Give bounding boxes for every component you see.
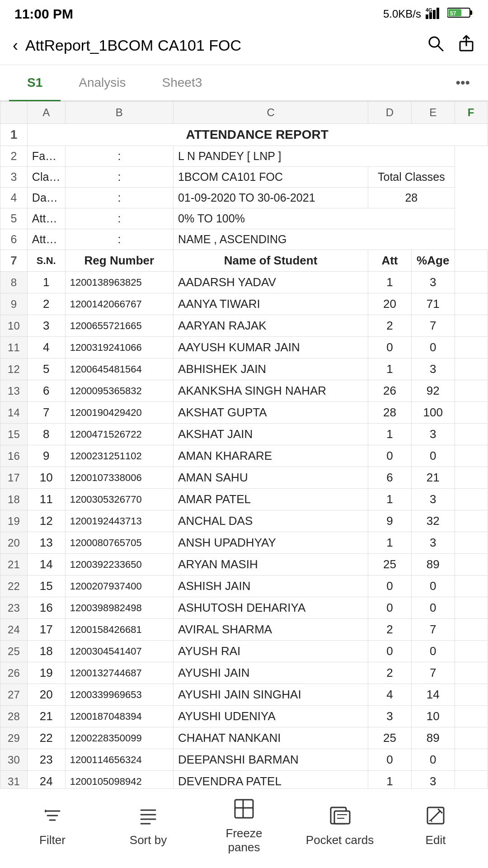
svg-text:⚡: ⚡ [471, 9, 474, 17]
table-row[interactable]: 6Attendance Order:NAME , ASCENDING [0, 229, 488, 250]
filter-button[interactable]: Filter [16, 805, 89, 847]
table-row[interactable]: 24171200158426681AVIRAL SHARMA27 [0, 619, 488, 641]
table-row[interactable]: 1691200231251102AMAN KHARARE00 [0, 445, 488, 467]
freeze-panes-button[interactable]: Freezepanes [208, 798, 280, 854]
serial-number: 17 [27, 619, 65, 641]
col-f-data [455, 510, 487, 532]
table-row[interactable]: 20131200080765705ANSH UPADHYAY13 [0, 532, 488, 554]
share-icon[interactable] [457, 34, 475, 57]
table-row[interactable]: 17101200107338006AMAN SAHU621 [0, 467, 488, 489]
battery-indicator: 57 ⚡ [447, 6, 474, 22]
col-header-f[interactable]: F [455, 102, 487, 124]
attendance-count: 20 [368, 293, 412, 315]
col-f-data [455, 337, 487, 359]
table-row[interactable]: 23161200398982498ASHUTOSH DEHARIYA00 [0, 597, 488, 619]
serial-number: 3 [27, 315, 65, 337]
student-name: AMAN SAHU [174, 467, 368, 489]
row-number: 13 [0, 380, 28, 402]
table-row[interactable]: 921200142066767AANYA TIWARI2071 [0, 293, 488, 315]
reg-number: 1200339969653 [65, 684, 173, 706]
row-number: 7 [0, 250, 28, 272]
edit-button[interactable]: Edit [399, 805, 472, 847]
table-row[interactable]: 1031200655721665AARYAN RAJAK27 [0, 315, 488, 337]
row-number: 3 [0, 167, 28, 188]
search-icon[interactable] [427, 34, 445, 57]
col-f-data [455, 315, 487, 337]
filter-label: Filter [39, 833, 66, 847]
student-name: DEEPANSHI BARMAN [174, 749, 368, 771]
table-row[interactable]: 1471200190429420AKSHAT GUPTA28100 [0, 402, 488, 424]
tab-sheet3[interactable]: Sheet3 [144, 66, 221, 101]
more-tabs-button[interactable]: ••• [446, 65, 479, 100]
sort-by-button[interactable]: Sort by [112, 805, 184, 847]
table-row[interactable]: 26191200132744687AYUSHI JAIN27 [0, 662, 488, 684]
table-row[interactable]: 1ATTENDANCE REPORT [0, 124, 488, 146]
table-row[interactable]: 2Faculty Name:L N PANDEY [ LNP ] [0, 146, 488, 167]
table-row[interactable]: 1141200319241066AAYUSH KUMAR JAIN00 [0, 337, 488, 359]
serial-number: 15 [27, 576, 65, 597]
spreadsheet: A B C D E F 1ATTENDANCE REPORT2Faculty N… [0, 101, 488, 868]
table-row[interactable]: 22151200207937400ASHISH JAIN00 [0, 576, 488, 597]
table-row[interactable]: 29221200228350099CHAHAT NANKANI2589 [0, 727, 488, 749]
col-header-e[interactable]: E [411, 102, 455, 124]
reg-number: 1200319241066 [65, 337, 173, 359]
attendance-percent: 0 [411, 749, 455, 771]
table-row[interactable]: 5Attendance Range:0% TO 100% [0, 208, 488, 229]
svg-rect-25 [334, 811, 350, 824]
col-f-data [455, 424, 487, 445]
attendance-percent: 7 [411, 662, 455, 684]
table-row[interactable]: 1361200095365832AKANKSHA SINGH NAHAR2692 [0, 380, 488, 402]
serial-number: 13 [27, 532, 65, 554]
attendance-percent: 92 [411, 380, 455, 402]
tab-analysis[interactable]: Analysis [61, 66, 144, 101]
attendance-count: 1 [368, 424, 412, 445]
table-row[interactable]: 21141200392233650ARYAN MASIH2589 [0, 554, 488, 576]
table-row[interactable]: 811200138963825AADARSH YADAV13 [0, 272, 488, 293]
table-row[interactable]: 28211200187048394AYUSHI UDENIYA310 [0, 706, 488, 727]
serial-number: 2 [27, 293, 65, 315]
reg-number: 1200080765705 [65, 532, 173, 554]
edit-label: Edit [426, 833, 446, 847]
col-header-d[interactable]: D [368, 102, 412, 124]
reg-number: 1200207937400 [65, 576, 173, 597]
table-row[interactable]: 27201200339969653AYUSHI JAIN SINGHAI414 [0, 684, 488, 706]
tab-s1[interactable]: S1 [9, 66, 61, 101]
col-f-data [455, 532, 487, 554]
row-number: 17 [0, 467, 28, 489]
serial-number: 1 [27, 272, 65, 293]
row-number: 20 [0, 532, 28, 554]
col-header-b[interactable]: B [65, 102, 173, 124]
table-row[interactable]: 7S.N.Reg NumberName of StudentAtt%Age [0, 250, 488, 272]
col-f-data [455, 554, 487, 576]
row-number: 18 [0, 489, 28, 510]
attendance-count: 25 [368, 554, 412, 576]
col-header-a[interactable]: A [27, 102, 65, 124]
network-speed: 5.0KB/s [383, 8, 421, 20]
table-row[interactable]: 1581200471526722AKSHAT JAIN13 [0, 424, 488, 445]
table-row[interactable]: 4Date Range:01-09-2020 TO 30-06-202128 [0, 188, 488, 208]
table-row[interactable]: 18111200305326770AMAR PATEL13 [0, 489, 488, 510]
serial-number: 12 [27, 510, 65, 532]
title-cell: ATTENDANCE REPORT [27, 124, 487, 146]
svg-line-11 [438, 46, 443, 51]
svg-rect-0 [426, 14, 428, 19]
status-time: 11:00 PM [14, 6, 73, 22]
attendance-percent: 14 [411, 684, 455, 706]
table-row[interactable]: 25181200304541407AYUSH RAI00 [0, 641, 488, 662]
info-label: Date Range [27, 188, 65, 208]
back-button[interactable]: ‹ [13, 36, 18, 55]
pocket-cards-button[interactable]: Pocket cards [304, 805, 376, 847]
student-name: AADARSH YADAV [174, 272, 368, 293]
info-sep: : [65, 188, 173, 208]
student-name: AANYA TIWARI [174, 293, 368, 315]
col-f-data [455, 489, 487, 510]
table-row[interactable]: 19121200192443713ANCHAL DAS932 [0, 510, 488, 532]
reg-number: 1200158426681 [65, 619, 173, 641]
attendance-percent: 0 [411, 597, 455, 619]
bottom-toolbar: Filter Sort by Freezepanes [0, 788, 488, 868]
col-header-c[interactable]: C [174, 102, 368, 124]
table-row[interactable]: 30231200114656324DEEPANSHI BARMAN00 [0, 749, 488, 771]
table-row[interactable]: 3Class Name:1BCOM CA101 FOCTotal Classes [0, 167, 488, 188]
reg-number: 1200107338006 [65, 467, 173, 489]
table-row[interactable]: 1251200645481564ABHISHEK JAIN13 [0, 359, 488, 380]
